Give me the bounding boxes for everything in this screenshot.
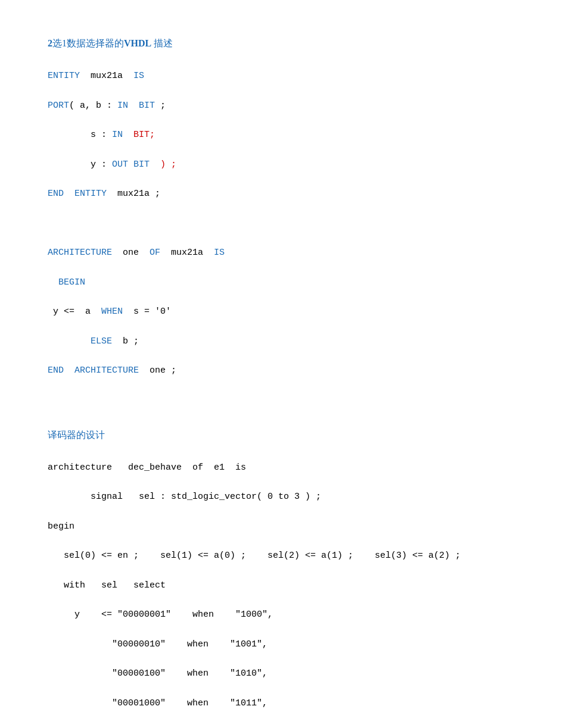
keyword: OUT [112, 160, 128, 170]
code-line: PORT( a, b : IN BIT ; [48, 99, 515, 114]
keyword: IN [117, 101, 128, 111]
code-line: s : IN BIT; [48, 128, 515, 143]
keyword: IS [214, 248, 225, 258]
code-line: "00000010" when "1001", [48, 638, 515, 652]
section-title-mux21a: 2选1数据选择器的VHDL 描述 [48, 36, 515, 51]
code-line: with sel select [48, 579, 515, 593]
code-line: "00010000" when "1100", [48, 726, 515, 728]
code-mux21a: ENTITY mux21a IS PORT( a, b : IN BIT ; s… [48, 55, 515, 408]
keyword: ENTITY [74, 189, 107, 199]
section-decoder: 译码器的设计 architecture dec_behave of e1 is … [48, 427, 515, 728]
keyword: BEGIN [58, 277, 85, 288]
code-line: y <= a WHEN s = '0' [48, 305, 515, 320]
section-title-decoder: 译码器的设计 [48, 427, 515, 443]
keyword: END [48, 189, 64, 199]
keyword: IS [133, 71, 144, 81]
keyword: ARCHITECTURE [74, 365, 139, 376]
keyword: ELSE [91, 336, 112, 346]
code-line: architecture dec_behave of e1 is [48, 461, 515, 476]
code-line: END ENTITY mux21a ; [48, 187, 515, 202]
code-line: begin [48, 520, 515, 535]
code-line: sel(0) <= en ; sel(1) <= a(0) ; sel(2) <… [48, 549, 515, 564]
code-line: "00000100" when "1010", [48, 667, 515, 682]
keyword: BIT [133, 160, 150, 170]
code-line: signal sel : std_logic_vector( 0 to 3 ) … [48, 490, 515, 505]
code-line: ARCHITECTURE one OF mux21a IS [48, 246, 515, 261]
title-bold-num: 2 [48, 38, 52, 48]
code-decoder: architecture dec_behave of e1 is signal … [48, 446, 515, 728]
keyword: BIT [139, 101, 155, 111]
paren-red: ) ; [160, 160, 176, 170]
keyword: PORT [48, 101, 69, 111]
code-line: ENTITY mux21a IS [48, 69, 515, 84]
keyword: WHEN [101, 307, 123, 317]
keyword-red: BIT; [133, 130, 155, 140]
code-line: y : OUT BIT ) ; [48, 158, 515, 173]
code-line: ELSE b ; [48, 335, 515, 349]
keyword: END [48, 365, 64, 376]
code-line [48, 217, 515, 232]
keyword: ENTITY [48, 71, 80, 81]
code-line: BEGIN [48, 276, 515, 290]
page-content: 2选1数据选择器的VHDL 描述 ENTITY mux21a IS PORT( … [48, 36, 515, 728]
section-mux21a: 2选1数据选择器的VHDL 描述 ENTITY mux21a IS PORT( … [48, 36, 515, 408]
keyword: OF [150, 248, 160, 258]
keyword: IN [112, 130, 123, 140]
title-vhdl: VHDL [124, 38, 151, 48]
code-line: y <= "00000001" when "1000", [48, 608, 515, 623]
keyword: ARCHITECTURE [48, 248, 112, 258]
code-line: "00001000" when "1011", [48, 696, 515, 711]
code-line: END ARCHITECTURE one ; [48, 364, 515, 379]
